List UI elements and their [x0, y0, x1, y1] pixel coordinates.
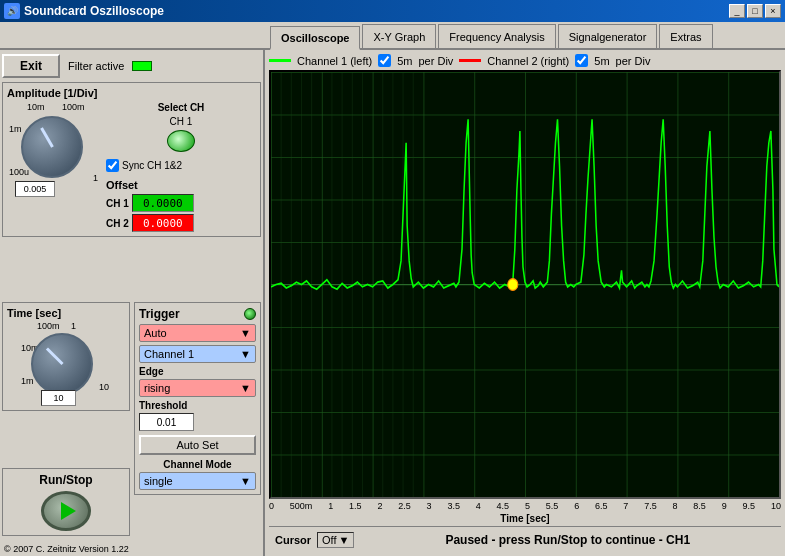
sync-control: Sync CH 1&2	[106, 159, 256, 172]
amp-label-100u: 100u	[9, 167, 29, 177]
time-label-100m: 100m	[37, 321, 60, 331]
trigger-channel-arrow: ▼	[240, 348, 251, 360]
threshold-label: Threshold	[139, 400, 256, 411]
runstop-title: Run/Stop	[7, 473, 125, 487]
offset-title: Offset	[106, 179, 256, 191]
amp-knob-indicator	[40, 127, 54, 148]
cursor-dropdown[interactable]: Off ▼	[317, 532, 354, 548]
ch2-info-label: Channel 2 (right)	[487, 55, 569, 67]
time-knob-indicator	[45, 347, 63, 365]
amplitude-value[interactable]: 0.005	[15, 181, 55, 197]
cursor-dropdown-arrow: ▼	[339, 534, 350, 546]
ch1-perdiv-label: per Div	[419, 55, 454, 67]
ch1-info-label: Channel 1 (left)	[297, 55, 372, 67]
right-panel: Channel 1 (left) 5m per Div Channel 2 (r…	[265, 50, 785, 556]
ch1-checkbox[interactable]	[378, 54, 391, 67]
ch2-line-indicator	[459, 59, 481, 62]
time-label-1: 1	[71, 321, 76, 331]
tab-signalgenerator[interactable]: Signalgenerator	[558, 24, 658, 48]
amp-label-100m: 100m	[62, 102, 85, 112]
amp-label-1: 1	[93, 173, 98, 183]
trigger-channel-dropdown[interactable]: Channel 1 ▼	[139, 345, 256, 363]
offset-ch1-label: CH 1	[106, 198, 129, 209]
edge-arrow: ▼	[240, 382, 251, 394]
copyright: © 2007 C. Zeitnitz Version 1.22	[0, 542, 263, 556]
title-bar: 🔊 Soundcard Oszilloscope _ □ ×	[0, 0, 785, 22]
cursor-marker	[508, 279, 518, 291]
ch1-label: CH 1	[106, 116, 256, 127]
time-value[interactable]: 10	[41, 390, 76, 406]
runstop-section: Run/Stop	[2, 468, 130, 536]
time-title: Time [sec]	[7, 307, 125, 319]
ch2-perdiv: 5m	[594, 55, 609, 67]
oscilloscope-display	[269, 70, 781, 499]
cursor-label: Cursor	[275, 534, 311, 546]
trigger-mode-value: Auto	[144, 327, 167, 339]
window-controls[interactable]: _ □ ×	[729, 4, 781, 18]
time-section: Time [sec] 100m 1 10m 1m 10 10	[2, 302, 130, 411]
tab-extras[interactable]: Extras	[659, 24, 712, 48]
time-label-1m: 1m	[21, 376, 34, 386]
ch2-checkbox[interactable]	[575, 54, 588, 67]
x-axis-labels: 0 500m 1 1.5 2 2.5 3 3.5 4 4.5 5 5.5 6 6…	[269, 499, 781, 513]
amplitude-section: Amplitude [1/Div] 10m 100m 1m 100u 1	[2, 82, 261, 237]
tab-oscilloscope[interactable]: Oscilloscope	[270, 26, 360, 50]
trigger-mode-arrow: ▼	[240, 327, 251, 339]
tab-frequency-analysis[interactable]: Frequency Analysis	[438, 24, 555, 48]
trigger-header: Trigger	[139, 307, 256, 321]
x-axis-unit: Time [sec]	[269, 513, 781, 524]
channel-mode-arrow: ▼	[240, 475, 251, 487]
sync-label: Sync CH 1&2	[122, 160, 182, 171]
content-area: Exit Filter active Amplitude [1/Div] 10m…	[0, 50, 785, 556]
ch1-perdiv: 5m	[397, 55, 412, 67]
cursor-value: Off	[322, 534, 336, 546]
status-text: Paused - press Run/Stop to continue - CH…	[360, 533, 775, 547]
amp-label-1m: 1m	[9, 124, 22, 134]
play-icon	[61, 502, 76, 520]
channel-mode-value: single	[144, 475, 173, 487]
edge-value: rising	[144, 382, 170, 394]
trigger-led	[244, 308, 256, 320]
window-title: Soundcard Oszilloscope	[24, 4, 164, 18]
maximize-button[interactable]: □	[747, 4, 763, 18]
channel-mode-label: Channel Mode	[139, 459, 256, 470]
trigger-channel-value: Channel 1	[144, 348, 194, 360]
exit-button[interactable]: Exit	[2, 54, 60, 78]
runstop-button[interactable]	[41, 491, 91, 531]
oscilloscope-svg	[271, 72, 779, 497]
close-button[interactable]: ×	[765, 4, 781, 18]
filter-label: Filter active	[68, 60, 124, 72]
amplitude-title: Amplitude [1/Div]	[7, 87, 256, 99]
edge-dropdown[interactable]: rising ▼	[139, 379, 256, 397]
select-ch-label: Select CH	[106, 102, 256, 113]
trigger-section: Trigger Auto ▼ Channel 1 ▼ Edge rising ▼	[134, 302, 261, 495]
top-controls: Exit Filter active	[2, 54, 261, 78]
ch1-line-indicator	[269, 59, 291, 62]
bottom-bar: Cursor Off ▼ Paused - press Run/Stop to …	[269, 526, 781, 552]
minimize-button[interactable]: _	[729, 4, 745, 18]
time-knob[interactable]	[31, 333, 93, 395]
amplitude-knob[interactable]	[21, 116, 83, 178]
time-label-10: 10	[99, 382, 109, 392]
threshold-input[interactable]: 0.01	[139, 413, 194, 431]
filter-led	[132, 61, 152, 71]
offset-section: Offset CH 1 0.0000 CH 2 0.0000	[106, 179, 256, 232]
tab-bar: Oscilloscope X-Y Graph Frequency Analysi…	[0, 22, 785, 50]
auto-set-button[interactable]: Auto Set	[139, 435, 256, 455]
trigger-mode-dropdown[interactable]: Auto ▼	[139, 324, 256, 342]
amp-label-10m: 10m	[27, 102, 45, 112]
main-container: Oscilloscope X-Y Graph Frequency Analysi…	[0, 22, 785, 556]
ch1-led	[167, 130, 195, 152]
channel-mode-dropdown[interactable]: single ▼	[139, 472, 256, 490]
ch2-perdiv-label: per Div	[616, 55, 651, 67]
trigger-title: Trigger	[139, 307, 180, 321]
channel-info-bar: Channel 1 (left) 5m per Div Channel 2 (r…	[269, 54, 781, 67]
app-icon: 🔊	[4, 3, 20, 19]
edge-label: Edge	[139, 366, 256, 377]
offset-ch2-value[interactable]: 0.0000	[132, 214, 194, 232]
offset-ch2-label: CH 2	[106, 218, 129, 229]
sync-checkbox[interactable]	[106, 159, 119, 172]
offset-ch1-value[interactable]: 0.0000	[132, 194, 194, 212]
tab-xy-graph[interactable]: X-Y Graph	[362, 24, 436, 48]
